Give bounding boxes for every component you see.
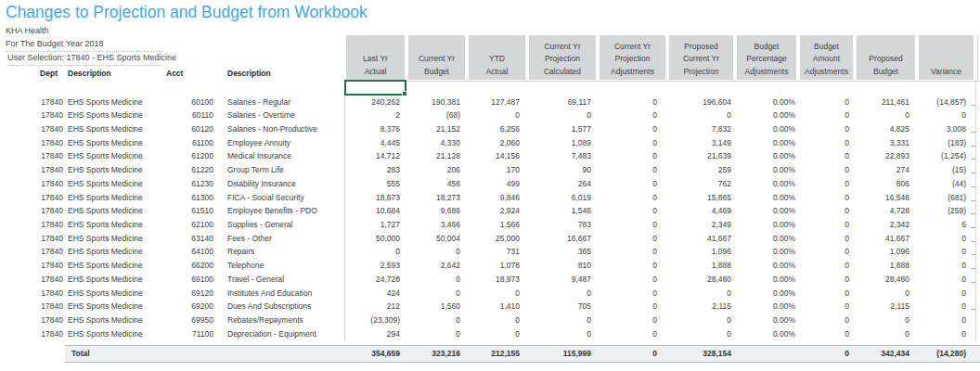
cell-last-yr-actual[interactable]: 14,712 bbox=[344, 149, 406, 163]
cell-current-yr-budget[interactable]: 4,330 bbox=[406, 136, 467, 150]
cell-variance[interactable]: 0_ bbox=[917, 300, 975, 313]
cell-ytd-actual[interactable]: 731 bbox=[467, 245, 527, 259]
cell-dept[interactable]: 17840 bbox=[0, 232, 65, 246]
cell-proposed-current-yr-projection[interactable]: 0 bbox=[667, 327, 735, 341]
cell-current-yr-budget[interactable]: 21,128 bbox=[406, 149, 467, 163]
cell-dept[interactable]: 17840 bbox=[0, 96, 65, 109]
cell-budget-amount-adjustments[interactable]: 0 bbox=[798, 122, 855, 136]
cell-acct-description[interactable]: Salaries - Non-Productive bbox=[215, 122, 344, 136]
cell-dept-description[interactable]: EHS Sports Medicine bbox=[65, 218, 163, 232]
cell-acct-description[interactable]: Employee Annuity bbox=[215, 136, 344, 150]
cell-ytd-actual[interactable]: 6,256 bbox=[467, 122, 527, 136]
cell-dept[interactable]: 17840 bbox=[0, 287, 65, 301]
cell-dept[interactable]: 17840 bbox=[0, 122, 65, 136]
cell-last-yr-actual[interactable]: 240,262 bbox=[344, 96, 406, 109]
cell-budget-percentage-adjustments[interactable]: 0.00% bbox=[735, 96, 798, 109]
cell-acct[interactable]: 61300 bbox=[163, 191, 215, 205]
cell-budget-percentage-adjustments[interactable]: 0.00% bbox=[735, 259, 798, 273]
cell-current-yr-budget[interactable]: 0 bbox=[406, 313, 467, 327]
cell-proposed-current-yr-projection[interactable]: 0 bbox=[667, 287, 735, 301]
cell-acct[interactable]: 60100 bbox=[163, 96, 215, 109]
cell-dept-description[interactable]: EHS Sports Medicine bbox=[65, 287, 163, 301]
cell-dept[interactable]: 17840 bbox=[0, 109, 65, 122]
cell-proposed-current-yr-projection[interactable]: 2,349 bbox=[667, 218, 735, 232]
cell-acct-description[interactable]: Medical Insurance bbox=[215, 149, 344, 163]
cell-dept[interactable]: 17840 bbox=[0, 218, 65, 232]
cell-current-yr-projection-adjustments[interactable]: 0 bbox=[598, 300, 667, 313]
cell-last-yr-actual[interactable]: 50,000 bbox=[344, 232, 406, 246]
cell-variance[interactable]: 3,008_ bbox=[917, 122, 975, 136]
cell-dept[interactable]: 17840 bbox=[0, 273, 65, 287]
cell-acct[interactable]: 61100 bbox=[163, 136, 215, 150]
cell-budget-percentage-adjustments[interactable]: 0.00% bbox=[735, 204, 798, 218]
cell-proposed-current-yr-projection[interactable]: 762 bbox=[667, 177, 735, 191]
cell-acct-description[interactable]: Dues And Subscriptions bbox=[215, 300, 344, 313]
cell-current-yr-budget[interactable]: 0 bbox=[406, 287, 467, 301]
cell-current-yr-projection-calculated[interactable]: 69,117 bbox=[527, 96, 598, 109]
cell-last-yr-actual[interactable]: 18,673 bbox=[344, 191, 406, 205]
cell-current-yr-budget[interactable]: 21,152 bbox=[406, 122, 467, 136]
cell-last-yr-actual[interactable]: 283 bbox=[344, 163, 406, 177]
cell-proposed-current-yr-projection[interactable]: 3,149 bbox=[667, 136, 735, 150]
cell-current-yr-projection-calculated[interactable]: 9,487 bbox=[527, 273, 598, 287]
cell-acct-description[interactable]: Depreciation - Equipment bbox=[215, 327, 344, 341]
cell-dept[interactable]: 17840 bbox=[0, 313, 65, 327]
cell-acct-description[interactable]: Employee Benefits - PDO bbox=[215, 204, 344, 218]
cell-current-yr-projection-calculated[interactable]: 7,483 bbox=[527, 149, 598, 163]
cell-current-yr-projection-calculated[interactable]: 0 bbox=[527, 109, 598, 122]
cell-acct[interactable]: 64100 bbox=[163, 245, 215, 259]
cell-budget-percentage-adjustments[interactable]: 0.00% bbox=[735, 191, 798, 205]
cell-budget-percentage-adjustments[interactable]: 0.00% bbox=[735, 177, 798, 191]
cell-current-yr-projection-adjustments[interactable]: 0 bbox=[598, 149, 667, 163]
cell-proposed-current-yr-projection[interactable]: 0 bbox=[667, 313, 735, 327]
cell-dept-description[interactable]: EHS Sports Medicine bbox=[65, 245, 163, 259]
cell-variance[interactable]: (15)_ bbox=[917, 163, 975, 177]
cell-proposed-current-yr-projection[interactable]: 1,096 bbox=[667, 245, 735, 259]
cell-proposed-budget[interactable]: 274 bbox=[855, 163, 917, 177]
cell-current-yr-budget[interactable]: 2,642 bbox=[406, 259, 467, 273]
cell-ytd-actual[interactable]: 14,156 bbox=[467, 149, 527, 163]
cell-current-yr-projection-adjustments[interactable]: 0 bbox=[598, 109, 667, 122]
cell-acct[interactable]: 61510 bbox=[163, 204, 215, 218]
cell-current-yr-projection-calculated[interactable]: 90 bbox=[527, 163, 598, 177]
cell-current-yr-budget[interactable]: (68) bbox=[406, 109, 467, 122]
cell-proposed-budget[interactable]: 2,115 bbox=[855, 300, 917, 313]
cell-variance[interactable]: 0_ bbox=[917, 273, 975, 287]
cell-dept[interactable]: 17840 bbox=[0, 149, 65, 163]
cell-acct-description[interactable]: Fees - Other bbox=[215, 232, 344, 246]
cell-proposed-current-yr-projection[interactable]: 7,832 bbox=[667, 122, 735, 136]
cell-budget-amount-adjustments[interactable]: 0 bbox=[798, 163, 855, 177]
cell-budget-amount-adjustments[interactable]: 0 bbox=[798, 300, 855, 313]
cell-ytd-actual[interactable]: 1,078 bbox=[467, 259, 527, 273]
cell-acct[interactable]: 69120 bbox=[163, 287, 215, 301]
cell-budget-amount-adjustments[interactable]: 0 bbox=[798, 245, 855, 259]
cell-last-yr-actual[interactable]: 24,728 bbox=[344, 273, 406, 287]
cell-dept-description[interactable]: EHS Sports Medicine bbox=[65, 96, 163, 109]
cell-current-yr-projection-calculated[interactable]: 1,577 bbox=[527, 122, 598, 136]
cell-variance[interactable]: (1,254)_ bbox=[917, 149, 975, 163]
cell-last-yr-actual[interactable]: 2,593 bbox=[344, 259, 406, 273]
cell-budget-percentage-adjustments[interactable]: 0.00% bbox=[735, 232, 798, 246]
cell-ytd-actual[interactable]: 2,924 bbox=[467, 204, 527, 218]
cell-last-yr-actual[interactable]: 8,376 bbox=[344, 122, 406, 136]
cell-acct[interactable]: 66200 bbox=[163, 259, 215, 273]
cell-current-yr-projection-adjustments[interactable]: 0 bbox=[598, 136, 667, 150]
cell-current-yr-projection-calculated[interactable]: 6,019 bbox=[527, 191, 598, 205]
cell-current-yr-projection-calculated[interactable]: 810 bbox=[527, 259, 598, 273]
cell-ytd-actual[interactable]: 25,000 bbox=[467, 232, 527, 246]
cell-dept-description[interactable]: EHS Sports Medicine bbox=[65, 109, 163, 122]
cell-budget-percentage-adjustments[interactable]: 0.00% bbox=[735, 109, 798, 122]
cell-current-yr-budget[interactable]: 190,381 bbox=[406, 96, 467, 109]
cell-current-yr-projection-calculated[interactable]: 1,546 bbox=[527, 204, 598, 218]
cell-current-yr-projection-adjustments[interactable]: 0 bbox=[598, 204, 667, 218]
cell-ytd-actual[interactable]: 127,487 bbox=[467, 96, 527, 109]
cell-variance[interactable]: 0 bbox=[917, 327, 975, 341]
cell-dept-description[interactable]: EHS Sports Medicine bbox=[65, 232, 163, 246]
cell-dept-description[interactable]: EHS Sports Medicine bbox=[65, 122, 163, 136]
cell-dept[interactable]: 17840 bbox=[0, 327, 65, 341]
cell-current-yr-projection-adjustments[interactable]: 0 bbox=[598, 287, 667, 301]
cell-acct[interactable]: 61200 bbox=[163, 149, 215, 163]
cell-proposed-current-yr-projection[interactable]: 21,639 bbox=[667, 149, 735, 163]
cell-budget-percentage-adjustments[interactable]: 0.00% bbox=[735, 245, 798, 259]
cell-acct[interactable]: 61220 bbox=[163, 163, 215, 177]
